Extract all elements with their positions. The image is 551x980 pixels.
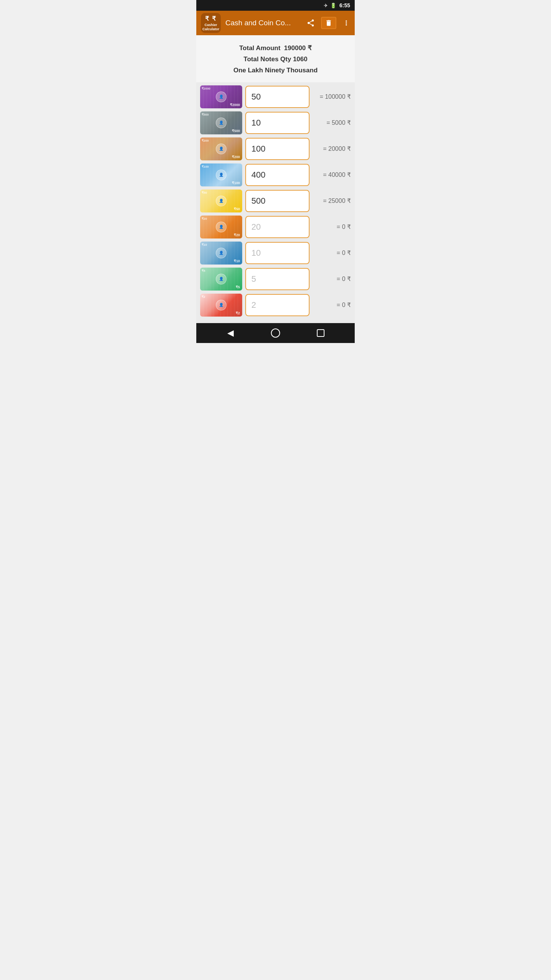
note-result-2000: = 100000 ₹: [313, 93, 351, 100]
app-bar: ₹ ₹ CashierCalculator Cash and Coin Co..…: [196, 11, 355, 35]
note-image-500: ₹500 👤 ₹500: [200, 111, 242, 134]
app-bar-actions: [306, 17, 350, 29]
app-title: Cash and Coin Co...: [225, 19, 302, 27]
note-input-wrap-2000: [245, 86, 310, 108]
note-qty-input-2000[interactable]: [245, 86, 310, 108]
note-result-50: = 25000 ₹: [313, 197, 351, 204]
back-button[interactable]: ◀: [222, 325, 239, 341]
note-input-wrap-200: [245, 138, 310, 160]
note-row-10: ₹10 👤 ₹10 = 0 ₹: [200, 242, 351, 265]
note-qty-input-10[interactable]: [245, 242, 310, 264]
note-image-100: ₹100 👤 ₹100: [200, 163, 242, 186]
status-bar: ✈ 🔋 6:55: [196, 0, 355, 11]
note-qty-input-200[interactable]: [245, 138, 310, 160]
note-image-200: ₹200 👤 ₹200: [200, 137, 242, 160]
note-input-wrap-2: [245, 294, 310, 316]
note-result-200: = 20000 ₹: [313, 145, 351, 152]
note-image-50: ₹50 👤 ₹50: [200, 189, 242, 212]
status-time: 6:55: [339, 2, 350, 8]
recents-button[interactable]: [312, 325, 329, 341]
note-result-20: = 0 ₹: [313, 223, 351, 230]
note-input-wrap-50: [245, 190, 310, 212]
note-image-2: ₹2 👤 ₹2: [200, 294, 242, 317]
note-image-10: ₹10 👤 ₹10: [200, 242, 242, 265]
note-row-100: ₹100 👤 ₹100 = 40000 ₹: [200, 163, 351, 186]
note-qty-input-500[interactable]: [245, 112, 310, 134]
note-input-wrap-20: [245, 216, 310, 238]
note-row-5: ₹5 👤 ₹5 = 0 ₹: [200, 268, 351, 291]
delete-button[interactable]: [321, 17, 336, 29]
notes-list: ₹2000 👤 ₹2000 = 100000 ₹ ₹500 👤 ₹500: [196, 82, 355, 323]
more-button[interactable]: [342, 19, 350, 27]
note-qty-input-2[interactable]: [245, 294, 310, 316]
note-result-5: = 0 ₹: [313, 275, 351, 283]
note-row-200: ₹200 👤 ₹200 = 20000 ₹: [200, 137, 351, 160]
bottom-nav: ◀: [196, 323, 355, 343]
home-button[interactable]: [267, 325, 284, 341]
app-icon-rupees: ₹ ₹: [205, 15, 217, 22]
note-row-500: ₹500 👤 ₹500 = 5000 ₹: [200, 111, 351, 134]
summary-total-notes: Total Notes Qty 1060: [200, 54, 351, 65]
status-icons: ✈ 🔋: [324, 3, 336, 8]
note-input-wrap-10: [245, 242, 310, 264]
note-input-wrap-100: [245, 164, 310, 186]
note-result-2: = 0 ₹: [313, 301, 351, 309]
note-result-10: = 0 ₹: [313, 249, 351, 256]
note-row-50: ₹50 👤 ₹50 = 25000 ₹: [200, 189, 351, 212]
airplane-icon: ✈: [324, 3, 328, 8]
summary-total-amount: Total Amount 190000 ₹: [200, 43, 351, 54]
note-image-2000: ₹2000 👤 ₹2000: [200, 85, 242, 108]
note-image-5: ₹5 👤 ₹5: [200, 268, 242, 291]
app-icon-label: CashierCalculator: [202, 23, 219, 31]
note-result-100: = 40000 ₹: [313, 171, 351, 178]
summary-section: Total Amount 190000 ₹ Total Notes Qty 10…: [196, 35, 355, 82]
note-row-2000: ₹2000 👤 ₹2000 = 100000 ₹: [200, 85, 351, 108]
note-qty-input-5[interactable]: [245, 268, 310, 290]
note-input-wrap-5: [245, 268, 310, 290]
note-image-20: ₹20 👤 ₹20: [200, 216, 242, 238]
note-qty-input-100[interactable]: [245, 164, 310, 186]
note-qty-input-50[interactable]: [245, 190, 310, 212]
note-input-wrap-500: [245, 112, 310, 134]
battery-icon: 🔋: [330, 3, 336, 8]
note-row-20: ₹20 👤 ₹20 = 0 ₹: [200, 216, 351, 238]
note-qty-input-20[interactable]: [245, 216, 310, 238]
summary-amount-words: One Lakh Ninety Thousand: [200, 65, 351, 76]
note-row-2: ₹2 👤 ₹2 = 0 ₹: [200, 294, 351, 317]
note-result-500: = 5000 ₹: [313, 119, 351, 126]
share-button[interactable]: [306, 19, 315, 27]
app-icon: ₹ ₹ CashierCalculator: [201, 13, 221, 33]
